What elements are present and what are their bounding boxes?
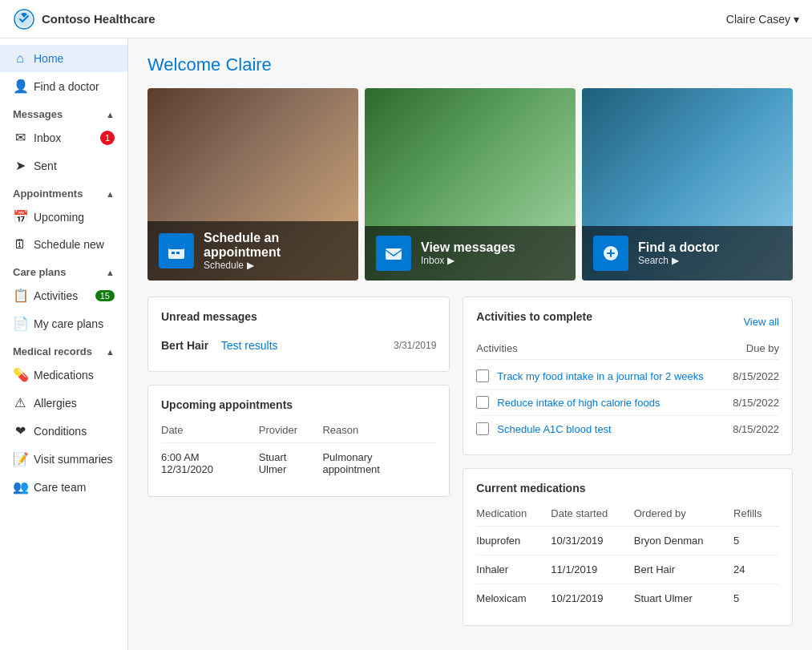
current-medications-card: Current medications Medication Date star… (463, 468, 793, 626)
svg-rect-7 (607, 252, 615, 254)
sidebar-my-care-plans-label: My care plans (34, 317, 103, 330)
activities-columns: Activities Due by (476, 342, 779, 360)
message-row: Bert Hair Test results 3/31/2019 (161, 333, 436, 358)
medications-icon: 💊 (13, 367, 27, 382)
med-col-medication: Medication (476, 504, 551, 527)
content-left: Unread messages Bert Hair Test results 3… (147, 297, 450, 639)
sidebar-item-sent[interactable]: ➤ Sent (0, 151, 127, 180)
med-name: Inhaler (476, 555, 551, 584)
messages-section[interactable]: Messages ▲ (0, 100, 127, 123)
med-ordered-by: Bert Hair (634, 555, 733, 584)
upcoming-icon: 📅 (13, 209, 27, 224)
welcome-title: Welcome Claire (147, 55, 793, 75)
table-header-row: Date Provider Reason (161, 421, 436, 443)
sidebar-inbox-label: Inbox (34, 131, 61, 144)
hero-card-schedule[interactable]: Schedule an appointment Schedule ▶ (147, 88, 358, 281)
visit-summaries-icon: 📝 (13, 451, 27, 466)
activities-list: Track my food intake in a journal for 2 … (476, 363, 779, 442)
sidebar-item-inbox[interactable]: ✉ Inbox 1 (0, 123, 127, 151)
sent-icon: ➤ (13, 158, 27, 173)
activity-due: 8/15/2022 (733, 423, 779, 435)
messages-chevron-icon: ▲ (106, 110, 115, 119)
appointment-reason: Pulmonary appointment (322, 443, 436, 484)
sidebar-activities-label: Activities (34, 289, 78, 302)
hero-card-messages[interactable]: View messages Inbox ▶ (365, 88, 576, 281)
messages-section-label: Messages (13, 108, 63, 120)
med-date-started: 11/1/2019 (551, 555, 633, 584)
col-activities: Activities (476, 342, 517, 354)
sidebar-schedule-new-label: Schedule new (34, 238, 104, 251)
med-table-header-row: Medication Date started Ordered by Refil… (476, 504, 779, 527)
activity-name[interactable]: Track my food intake in a journal for 2 … (497, 370, 725, 382)
med-ordered-by: Stuart Ulmer (634, 584, 733, 613)
schedule-new-icon: 🗓 (13, 237, 27, 252)
activity-checkbox[interactable] (476, 396, 489, 409)
sidebar-find-doctor-label: Find a doctor (34, 80, 99, 93)
activity-name[interactable]: Schedule A1C blood test (497, 423, 725, 435)
med-date-started: 10/31/2019 (551, 527, 633, 555)
care-plans-section[interactable]: Care plans ▲ (0, 258, 127, 281)
med-refills: 5 (733, 527, 779, 555)
sidebar-item-conditions[interactable]: ❤ Conditions (0, 417, 127, 445)
sidebar-item-medications[interactable]: 💊 Medications (0, 361, 127, 389)
med-name: Meloxicam (476, 584, 551, 613)
sidebar-item-allergies[interactable]: ⚠ Allergies (0, 389, 127, 417)
hero-card-schedule-title: Schedule an appointment (204, 231, 347, 260)
sidebar-item-upcoming[interactable]: 📅 Upcoming (0, 203, 127, 231)
activity-name[interactable]: Reduce intake of high calorie foods (497, 397, 725, 409)
sidebar-item-schedule-new[interactable]: 🗓 Schedule new (0, 231, 127, 258)
activity-due: 8/15/2022 (733, 370, 779, 382)
med-name: Ibuprofen (476, 527, 551, 555)
medications-table: Medication Date started Ordered by Refil… (476, 504, 779, 612)
current-medications-title: Current medications (476, 482, 779, 495)
sidebar-visit-summaries-label: Visit summaries (34, 453, 113, 466)
medical-records-section[interactable]: Medical records ▲ (0, 337, 127, 361)
hero-card-schedule-text: Schedule an appointment Schedule ▶ (204, 231, 347, 271)
col-reason: Reason (322, 421, 436, 443)
care-team-icon: 👥 (13, 479, 27, 495)
conditions-icon: ❤ (13, 423, 27, 438)
col-date: Date (161, 421, 259, 443)
table-row: Inhaler 11/1/2019 Bert Hair 24 (476, 555, 779, 584)
sidebar-item-care-team[interactable]: 👥 Care team (0, 473, 127, 501)
view-all-link[interactable]: View all (743, 316, 779, 328)
user-chevron-icon: ▾ (794, 13, 799, 26)
hero-cards: Schedule an appointment Schedule ▶ (147, 88, 793, 281)
activities-card: Activities to complete View all Activiti… (463, 297, 793, 455)
activities-header: Activities to complete View all (476, 310, 779, 333)
table-row: Ibuprofen 10/31/2019 Bryon Denman 5 (476, 527, 779, 555)
hero-card-find-doctor-text: Find a doctor Search ▶ (638, 240, 719, 266)
activity-checkbox[interactable] (476, 422, 489, 435)
content-grid: Unread messages Bert Hair Test results 3… (147, 297, 793, 639)
svg-rect-1 (168, 244, 184, 249)
med-ordered-by: Bryon Denman (634, 527, 733, 555)
message-link[interactable]: Test results (221, 339, 278, 352)
hero-card-find-doctor-sub: Search ▶ (638, 255, 719, 266)
activity-item: Track my food intake in a journal for 2 … (476, 363, 779, 390)
activity-checkbox[interactable] (476, 369, 489, 382)
sidebar-item-find-doctor[interactable]: 👤 Find a doctor (0, 72, 127, 100)
sidebar-upcoming-label: Upcoming (34, 211, 84, 224)
appointments-section[interactable]: Appointments ▲ (0, 180, 127, 203)
sidebar-item-home[interactable]: ⌂ Home (0, 45, 127, 72)
hero-card-find-doctor[interactable]: Find a doctor Search ▶ (582, 88, 793, 281)
medical-records-section-label: Medical records (13, 345, 92, 357)
hero-card-messages-title: View messages (421, 240, 515, 255)
activities-icon: 📋 (13, 288, 27, 303)
svg-rect-4 (386, 248, 402, 260)
user-menu[interactable]: Claire Casey ▾ (726, 13, 799, 26)
inbox-icon: ✉ (13, 130, 27, 145)
find-doctor-icon: 👤 (13, 79, 27, 94)
sidebar-item-activities[interactable]: 📋 Activities 15 (0, 281, 127, 309)
find-doctor-card-icon (593, 236, 628, 271)
sidebar-item-my-care-plans[interactable]: 📄 My care plans (0, 309, 127, 337)
appointments-chevron-icon: ▲ (106, 189, 115, 199)
schedule-card-icon (159, 233, 194, 268)
message-date: 3/31/2019 (394, 340, 436, 351)
activities-title: Activities to complete (476, 310, 592, 323)
sidebar-item-visit-summaries[interactable]: 📝 Visit summaries (0, 445, 127, 473)
sidebar-conditions-label: Conditions (34, 425, 87, 438)
brand: Contoso Healthcare (13, 8, 156, 30)
main-content: Welcome Claire Schedule an appoin (128, 38, 812, 650)
upcoming-appointments-title: Upcoming appointments (161, 398, 436, 411)
